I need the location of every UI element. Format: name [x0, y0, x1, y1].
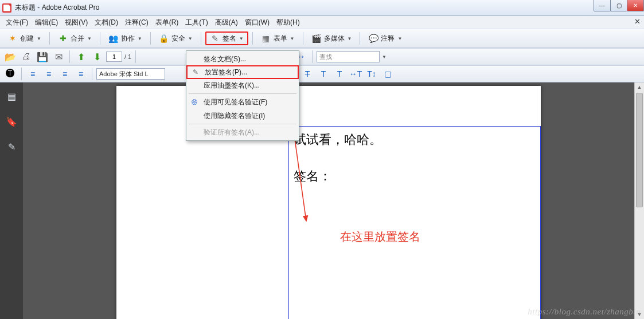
toolbar-main: ✶ 创建▼ ✚ 合并▼ 👥 协作▼ 🔒 安全▼ ✎ 签名▼ ▦ 表单▼ 🎬 多媒…: [0, 29, 644, 48]
ribbon-icon: 🏵: [190, 98, 199, 106]
window-title: 未标题 - Adobe Acrobat Pro: [15, 3, 99, 13]
comment-icon: 💬: [368, 33, 378, 44]
superscript-button[interactable]: T: [317, 68, 330, 80]
pen-icon: ✎: [191, 68, 200, 76]
separator: [360, 32, 360, 45]
separator: [49, 32, 50, 45]
signatures-panel-icon[interactable]: ✎: [6, 141, 17, 152]
email-button[interactable]: ✉: [52, 50, 65, 63]
multimedia-icon: 🎬: [311, 33, 322, 44]
menu-window[interactable]: 窗口(W): [241, 17, 273, 29]
sign-button[interactable]: ✎ 签名▼: [205, 31, 248, 45]
create-icon: ✶: [7, 33, 18, 44]
create-button[interactable]: ✶ 创建▼: [3, 31, 45, 45]
menu-validate-all: 验证所有签名(A)...: [186, 125, 299, 139]
close-button[interactable]: ✕: [627, 0, 644, 11]
save-button[interactable]: 💾: [36, 50, 49, 63]
document-area[interactable]: 试试看，哈哈。 签名： 在这里放置签名: [23, 82, 634, 319]
menu-validate-hidden[interactable]: 使用隐藏签名验证(I): [186, 109, 299, 123]
bookmarks-panel-icon[interactable]: 🔖: [6, 116, 17, 127]
pen-icon: ✎: [210, 33, 220, 44]
comment-button[interactable]: 💬 注释▼: [364, 31, 406, 45]
separator: [100, 32, 100, 45]
vscale-button[interactable]: T↕: [365, 68, 378, 80]
main-area: ▤ 🔖 ✎ 试试看，哈哈。 签名： 在这里放置签名 ▲ ▼: [0, 82, 644, 319]
minimize-button[interactable]: —: [594, 0, 611, 11]
secure-button[interactable]: 🔒 安全▼: [155, 31, 197, 45]
sign-dropdown: 签名文档(S)... ✎ 放置签名(P)... 应用油墨签名(K)... 🏵 使…: [186, 50, 299, 141]
menu-ink-signature[interactable]: 应用油墨签名(K)...: [186, 78, 299, 92]
menu-place-signature[interactable]: ✎ 放置签名(P)...: [186, 65, 299, 79]
subscript-button[interactable]: T: [333, 68, 346, 80]
menu-separator: [189, 124, 296, 124]
menu-edit[interactable]: 编辑(E): [32, 17, 61, 29]
navigation-pane: ▤ 🔖 ✎: [0, 82, 23, 319]
lock-icon: 🔒: [159, 33, 169, 44]
doc-text-line1: 试试看，哈哈。: [294, 131, 382, 148]
toolbar-text: 🅣 ≡ ≡ ≡ ≡ Adobe 宋体 Std L T T T T ↔T T↕ ▢: [0, 65, 644, 82]
scroll-up-icon[interactable]: ▲: [635, 82, 644, 92]
print-button[interactable]: 🖨: [19, 50, 33, 63]
menu-advanced[interactable]: 高级(A): [212, 17, 241, 29]
separator: [252, 32, 253, 45]
menu-separator: [189, 93, 296, 94]
merge-icon: ✚: [58, 33, 68, 44]
separator: [92, 68, 92, 80]
find-input[interactable]: 查找: [317, 51, 380, 62]
pdf-page: 试试看，哈哈。 签名： 在这里放置签名: [116, 86, 541, 319]
pages-panel-icon[interactable]: ▤: [6, 90, 17, 102]
text-tool-button[interactable]: 🅣: [3, 68, 17, 80]
align-left-button[interactable]: ≡: [26, 68, 40, 80]
multimedia-button[interactable]: 🎬 多媒体▼: [307, 31, 356, 45]
menu-file[interactable]: 文件(F): [2, 17, 32, 29]
strikethrough-button[interactable]: T: [300, 68, 314, 80]
doc-text-line2: 签名：: [294, 168, 331, 185]
separator: [201, 32, 201, 45]
watermark: https://blog.csdn.net/zhangbin: [528, 307, 641, 317]
align-justify-button[interactable]: ≡: [74, 68, 88, 80]
open-button[interactable]: 📂: [3, 50, 17, 63]
page-up-button[interactable]: ⬆: [74, 50, 88, 63]
page-number-input[interactable]: [106, 52, 122, 62]
page-down-button[interactable]: ⬇: [90, 50, 104, 63]
page-total: / 1: [124, 53, 131, 60]
vertical-scrollbar[interactable]: ▲ ▼: [634, 82, 644, 319]
signature-field[interactable]: 试试看，哈哈。 签名：: [288, 126, 541, 319]
pdf-icon: [2, 3, 11, 13]
menu-document[interactable]: 文档(D): [91, 17, 122, 29]
separator: [150, 32, 151, 45]
separator: [303, 32, 303, 45]
menu-comments[interactable]: 注释(C): [122, 17, 152, 29]
document-close-icon[interactable]: ✕: [634, 17, 641, 26]
collab-button[interactable]: 👥 协作▼: [104, 31, 146, 45]
window-controls: — ▢ ✕: [594, 0, 644, 11]
hscale-button[interactable]: ↔T: [349, 68, 362, 80]
font-select[interactable]: Adobe 宋体 Std L: [96, 68, 165, 80]
annotation-text: 在这里放置签名: [340, 229, 420, 245]
align-right-button[interactable]: ≡: [58, 68, 72, 80]
maximize-button[interactable]: ▢: [610, 0, 627, 11]
menu-sign-document[interactable]: 签名文档(S)...: [186, 52, 299, 66]
menu-help[interactable]: 帮助(H): [273, 17, 303, 29]
menubar: 文件(F) 编辑(E) 视图(V) 文档(D) 注释(C) 表单(R) 工具(T…: [0, 16, 644, 29]
toolbar-secondary: 📂 🖨 💾 ✉ ⬆ ⬇ / 1 % ▼ ▭ ↔ 查找 ▼: [0, 48, 644, 65]
align-center-button[interactable]: ≡: [42, 68, 56, 80]
menu-forms[interactable]: 表单(R): [152, 17, 182, 29]
menu-validate-visible[interactable]: 🏵 使用可见签名验证(F): [186, 95, 299, 109]
separator: [312, 50, 313, 63]
menu-view[interactable]: 视图(V): [61, 17, 91, 29]
merge-button[interactable]: ✚ 合并▼: [54, 31, 96, 45]
separator: [21, 68, 22, 80]
crop-button[interactable]: ▢: [381, 68, 395, 80]
forms-button[interactable]: ▦ 表单▼: [257, 31, 299, 45]
separator: [69, 50, 70, 63]
separator: [135, 50, 136, 63]
titlebar: 未标题 - Adobe Acrobat Pro — ▢ ✕: [0, 0, 644, 16]
scroll-thumb[interactable]: [636, 93, 643, 207]
menu-tools[interactable]: 工具(T): [182, 17, 211, 29]
collab-icon: 👥: [108, 33, 119, 44]
forms-icon: ▦: [261, 33, 271, 44]
